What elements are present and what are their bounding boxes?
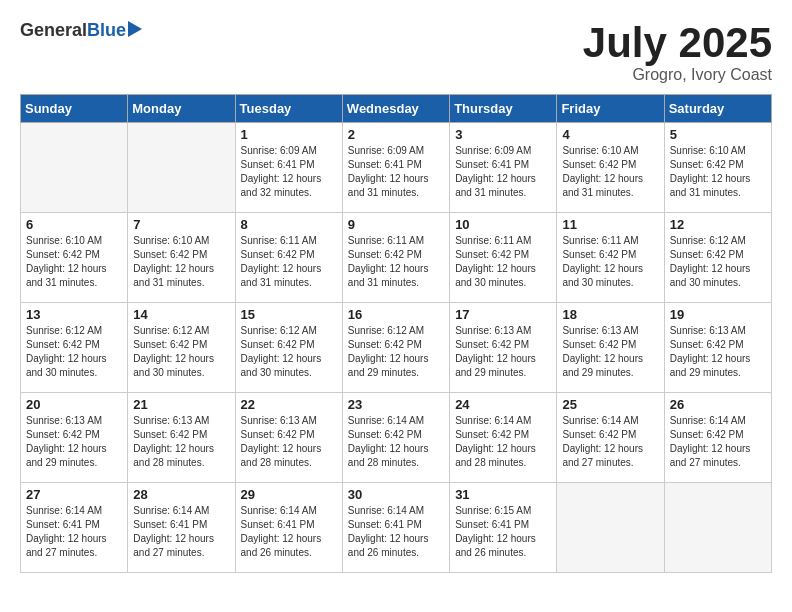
calendar-week-row: 20Sunrise: 6:13 AMSunset: 6:42 PMDayligh… xyxy=(21,393,772,483)
day-number: 18 xyxy=(562,307,658,322)
day-info: Sunrise: 6:13 AMSunset: 6:42 PMDaylight:… xyxy=(241,414,337,470)
day-number: 26 xyxy=(670,397,766,412)
weekday-header: Thursday xyxy=(450,95,557,123)
day-info: Sunrise: 6:13 AMSunset: 6:42 PMDaylight:… xyxy=(133,414,229,470)
weekday-header: Monday xyxy=(128,95,235,123)
calendar-body: 1Sunrise: 6:09 AMSunset: 6:41 PMDaylight… xyxy=(21,123,772,573)
day-number: 14 xyxy=(133,307,229,322)
calendar-week-row: 13Sunrise: 6:12 AMSunset: 6:42 PMDayligh… xyxy=(21,303,772,393)
day-number: 30 xyxy=(348,487,444,502)
weekday-row: SundayMondayTuesdayWednesdayThursdayFrid… xyxy=(21,95,772,123)
day-info: Sunrise: 6:12 AMSunset: 6:42 PMDaylight:… xyxy=(133,324,229,380)
calendar-cell: 5Sunrise: 6:10 AMSunset: 6:42 PMDaylight… xyxy=(664,123,771,213)
page-header: General Blue July 2025 Grogro, Ivory Coa… xyxy=(20,20,772,84)
calendar-cell: 27Sunrise: 6:14 AMSunset: 6:41 PMDayligh… xyxy=(21,483,128,573)
day-number: 7 xyxy=(133,217,229,232)
day-number: 11 xyxy=(562,217,658,232)
calendar-cell: 16Sunrise: 6:12 AMSunset: 6:42 PMDayligh… xyxy=(342,303,449,393)
day-number: 28 xyxy=(133,487,229,502)
calendar-cell: 12Sunrise: 6:12 AMSunset: 6:42 PMDayligh… xyxy=(664,213,771,303)
day-info: Sunrise: 6:11 AMSunset: 6:42 PMDaylight:… xyxy=(455,234,551,290)
day-info: Sunrise: 6:14 AMSunset: 6:42 PMDaylight:… xyxy=(348,414,444,470)
day-info: Sunrise: 6:11 AMSunset: 6:42 PMDaylight:… xyxy=(562,234,658,290)
logo-general: General xyxy=(20,20,87,41)
day-info: Sunrise: 6:12 AMSunset: 6:42 PMDaylight:… xyxy=(26,324,122,380)
day-number: 9 xyxy=(348,217,444,232)
weekday-header: Tuesday xyxy=(235,95,342,123)
day-info: Sunrise: 6:14 AMSunset: 6:42 PMDaylight:… xyxy=(562,414,658,470)
calendar-cell: 9Sunrise: 6:11 AMSunset: 6:42 PMDaylight… xyxy=(342,213,449,303)
calendar-cell: 20Sunrise: 6:13 AMSunset: 6:42 PMDayligh… xyxy=(21,393,128,483)
day-number: 15 xyxy=(241,307,337,322)
day-number: 31 xyxy=(455,487,551,502)
day-number: 29 xyxy=(241,487,337,502)
title-block: July 2025 Grogro, Ivory Coast xyxy=(583,20,772,84)
month-title: July 2025 xyxy=(583,20,772,66)
calendar-table: SundayMondayTuesdayWednesdayThursdayFrid… xyxy=(20,94,772,573)
calendar-cell: 8Sunrise: 6:11 AMSunset: 6:42 PMDaylight… xyxy=(235,213,342,303)
calendar-cell: 30Sunrise: 6:14 AMSunset: 6:41 PMDayligh… xyxy=(342,483,449,573)
calendar-cell xyxy=(21,123,128,213)
calendar-cell: 14Sunrise: 6:12 AMSunset: 6:42 PMDayligh… xyxy=(128,303,235,393)
day-info: Sunrise: 6:13 AMSunset: 6:42 PMDaylight:… xyxy=(26,414,122,470)
calendar-cell: 10Sunrise: 6:11 AMSunset: 6:42 PMDayligh… xyxy=(450,213,557,303)
day-number: 2 xyxy=(348,127,444,142)
day-number: 3 xyxy=(455,127,551,142)
day-number: 5 xyxy=(670,127,766,142)
day-info: Sunrise: 6:15 AMSunset: 6:41 PMDaylight:… xyxy=(455,504,551,560)
day-number: 17 xyxy=(455,307,551,322)
weekday-header: Wednesday xyxy=(342,95,449,123)
day-number: 12 xyxy=(670,217,766,232)
day-number: 4 xyxy=(562,127,658,142)
calendar-cell: 2Sunrise: 6:09 AMSunset: 6:41 PMDaylight… xyxy=(342,123,449,213)
calendar-cell: 26Sunrise: 6:14 AMSunset: 6:42 PMDayligh… xyxy=(664,393,771,483)
day-number: 1 xyxy=(241,127,337,142)
day-number: 16 xyxy=(348,307,444,322)
day-number: 27 xyxy=(26,487,122,502)
day-info: Sunrise: 6:10 AMSunset: 6:42 PMDaylight:… xyxy=(26,234,122,290)
day-info: Sunrise: 6:09 AMSunset: 6:41 PMDaylight:… xyxy=(455,144,551,200)
day-info: Sunrise: 6:12 AMSunset: 6:42 PMDaylight:… xyxy=(241,324,337,380)
calendar-cell xyxy=(557,483,664,573)
calendar-week-row: 1Sunrise: 6:09 AMSunset: 6:41 PMDaylight… xyxy=(21,123,772,213)
logo-blue: Blue xyxy=(87,20,126,41)
day-number: 6 xyxy=(26,217,122,232)
calendar-cell: 23Sunrise: 6:14 AMSunset: 6:42 PMDayligh… xyxy=(342,393,449,483)
day-info: Sunrise: 6:12 AMSunset: 6:42 PMDaylight:… xyxy=(670,234,766,290)
day-number: 24 xyxy=(455,397,551,412)
day-number: 8 xyxy=(241,217,337,232)
day-info: Sunrise: 6:10 AMSunset: 6:42 PMDaylight:… xyxy=(670,144,766,200)
calendar-cell xyxy=(664,483,771,573)
calendar-cell: 21Sunrise: 6:13 AMSunset: 6:42 PMDayligh… xyxy=(128,393,235,483)
calendar-cell: 31Sunrise: 6:15 AMSunset: 6:41 PMDayligh… xyxy=(450,483,557,573)
day-info: Sunrise: 6:12 AMSunset: 6:42 PMDaylight:… xyxy=(348,324,444,380)
calendar-cell: 3Sunrise: 6:09 AMSunset: 6:41 PMDaylight… xyxy=(450,123,557,213)
calendar-cell: 4Sunrise: 6:10 AMSunset: 6:42 PMDaylight… xyxy=(557,123,664,213)
location-text: Grogro, Ivory Coast xyxy=(583,66,772,84)
day-info: Sunrise: 6:13 AMSunset: 6:42 PMDaylight:… xyxy=(562,324,658,380)
calendar-cell: 15Sunrise: 6:12 AMSunset: 6:42 PMDayligh… xyxy=(235,303,342,393)
weekday-header: Saturday xyxy=(664,95,771,123)
calendar-cell: 7Sunrise: 6:10 AMSunset: 6:42 PMDaylight… xyxy=(128,213,235,303)
calendar-cell: 13Sunrise: 6:12 AMSunset: 6:42 PMDayligh… xyxy=(21,303,128,393)
day-info: Sunrise: 6:10 AMSunset: 6:42 PMDaylight:… xyxy=(562,144,658,200)
logo-arrow-icon xyxy=(128,21,142,37)
calendar-cell: 6Sunrise: 6:10 AMSunset: 6:42 PMDaylight… xyxy=(21,213,128,303)
day-info: Sunrise: 6:11 AMSunset: 6:42 PMDaylight:… xyxy=(241,234,337,290)
calendar-week-row: 27Sunrise: 6:14 AMSunset: 6:41 PMDayligh… xyxy=(21,483,772,573)
calendar-cell: 29Sunrise: 6:14 AMSunset: 6:41 PMDayligh… xyxy=(235,483,342,573)
day-info: Sunrise: 6:10 AMSunset: 6:42 PMDaylight:… xyxy=(133,234,229,290)
day-info: Sunrise: 6:14 AMSunset: 6:41 PMDaylight:… xyxy=(348,504,444,560)
day-info: Sunrise: 6:14 AMSunset: 6:42 PMDaylight:… xyxy=(455,414,551,470)
calendar-cell: 24Sunrise: 6:14 AMSunset: 6:42 PMDayligh… xyxy=(450,393,557,483)
weekday-header: Sunday xyxy=(21,95,128,123)
day-number: 10 xyxy=(455,217,551,232)
day-number: 22 xyxy=(241,397,337,412)
calendar-cell: 11Sunrise: 6:11 AMSunset: 6:42 PMDayligh… xyxy=(557,213,664,303)
day-number: 13 xyxy=(26,307,122,322)
day-number: 21 xyxy=(133,397,229,412)
day-info: Sunrise: 6:11 AMSunset: 6:42 PMDaylight:… xyxy=(348,234,444,290)
calendar-cell xyxy=(128,123,235,213)
day-info: Sunrise: 6:14 AMSunset: 6:42 PMDaylight:… xyxy=(670,414,766,470)
calendar-cell: 17Sunrise: 6:13 AMSunset: 6:42 PMDayligh… xyxy=(450,303,557,393)
